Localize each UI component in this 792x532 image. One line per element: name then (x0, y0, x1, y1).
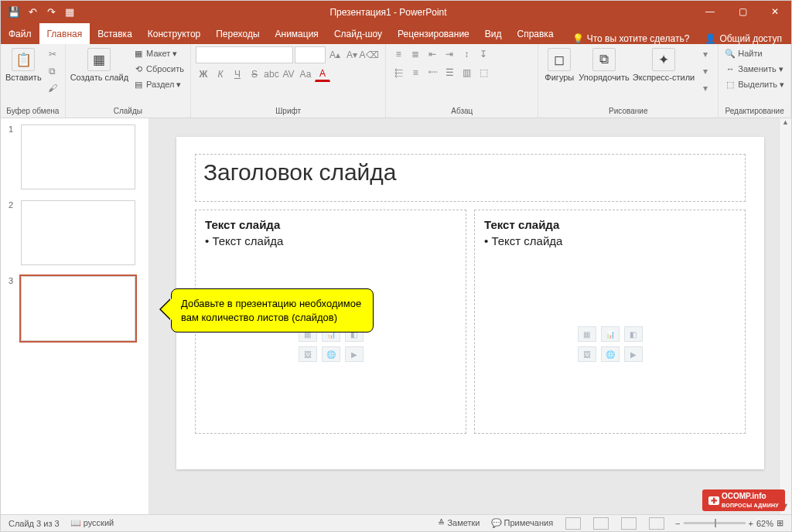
line-spacing-icon[interactable]: ↕ (459, 46, 474, 62)
zoom-slider[interactable] (684, 522, 746, 524)
thumbnail[interactable] (21, 200, 135, 265)
align-left-icon[interactable]: ⬱ (391, 65, 406, 80)
online-picture-icon[interactable]: 🌐 (322, 346, 340, 362)
slide-thumbnail-pane[interactable]: 1 2 3 (1, 118, 149, 516)
share-button[interactable]: 👤Общий доступ (695, 33, 791, 44)
shape-outline-icon[interactable]: ▾ (698, 63, 713, 79)
thumbnail-selected[interactable] (21, 276, 135, 341)
sorter-view-icon[interactable] (593, 517, 609, 530)
tab-help[interactable]: Справка (509, 23, 561, 44)
shape-fill-icon[interactable]: ▾ (698, 46, 713, 62)
tab-review[interactable]: Рецензирование (390, 23, 477, 44)
columns-icon[interactable]: ▥ (459, 65, 474, 80)
align-center-icon[interactable]: ≡ (408, 65, 423, 80)
case-button[interactable]: Аа (298, 66, 313, 82)
section-button[interactable]: ▤Раздел ▾ (131, 77, 186, 91)
video-icon[interactable]: ▶ (345, 346, 364, 362)
zoom-in-icon[interactable]: + (749, 519, 753, 528)
clear-format-icon[interactable]: A⌫ (361, 47, 377, 63)
replace-button[interactable]: ↔Заменить ▾ (723, 62, 786, 76)
zoom-out-icon[interactable]: − (675, 519, 680, 528)
picture-icon[interactable]: 🖼 (578, 346, 596, 362)
ribbon-tabs: Файл Главная Вставка Конструктор Переход… (1, 23, 791, 44)
justify-icon[interactable]: ☰ (442, 65, 457, 80)
group-label: Слайды (70, 105, 186, 117)
content-icons[interactable]: ▦📊◧ 🖼🌐▶ (578, 326, 643, 362)
tab-animations[interactable]: Анимация (268, 23, 326, 44)
layout-button[interactable]: ▦Макет ▾ (131, 46, 186, 60)
save-icon[interactable]: 💾 (5, 4, 22, 21)
fit-window-icon[interactable]: ⊞ (777, 518, 783, 528)
chart-icon[interactable]: 📊 (601, 326, 620, 342)
shapes-button[interactable]: ◻Фигуры (543, 46, 575, 82)
tab-insert[interactable]: Вставка (90, 23, 140, 44)
select-button[interactable]: ⬚Выделить ▾ (723, 77, 786, 91)
numbering-icon[interactable]: ≣ (408, 46, 423, 62)
undo-icon[interactable]: ↶ (24, 4, 41, 21)
bold-button[interactable]: Ж (196, 66, 211, 82)
notes-button[interactable]: ≙ Заметки (438, 518, 480, 528)
shape-effects-icon[interactable]: ▾ (698, 80, 713, 96)
close-button[interactable]: ✕ (759, 1, 791, 23)
font-name-combo[interactable] (196, 46, 293, 63)
tab-file[interactable]: Файл (1, 23, 39, 44)
title-placeholder[interactable]: Заголовок слайда (195, 154, 746, 202)
group-label: Буфер обмена (5, 105, 60, 117)
thumbnail-row[interactable]: 3 (9, 276, 141, 341)
find-button[interactable]: 🔍Найти (723, 46, 786, 60)
decrease-font-icon[interactable]: A▾ (344, 47, 360, 63)
table-icon[interactable]: ▦ (578, 326, 596, 342)
video-icon[interactable]: ▶ (624, 346, 643, 362)
tab-design[interactable]: Конструктор (140, 23, 208, 44)
new-slide-icon: ▦ (87, 48, 111, 71)
format-painter-icon[interactable]: 🖌 (45, 80, 60, 96)
group-drawing: ◻Фигуры ⧉Упорядочить ✦Экспресс-стили ▾ ▾… (538, 44, 719, 118)
tell-me[interactable]: 💡Что вы хотите сделать? (572, 33, 696, 44)
strike-button[interactable]: S (247, 66, 262, 82)
arrange-button[interactable]: ⧉Упорядочить (579, 46, 629, 82)
content-placeholder-right[interactable]: Текст слайда • Текст слайда ▦📊◧ 🖼🌐▶ (474, 210, 746, 434)
cut-icon[interactable]: ✂ (45, 46, 60, 62)
normal-view-icon[interactable] (565, 517, 581, 530)
underline-button[interactable]: Ч (230, 66, 245, 82)
text-direction-icon[interactable]: ↧ (476, 46, 491, 62)
font-size-combo[interactable] (295, 46, 326, 63)
tab-slideshow[interactable]: Слайд-шоу (326, 23, 390, 44)
align-right-icon[interactable]: ⬳ (425, 65, 440, 80)
redo-icon[interactable]: ↷ (43, 4, 60, 21)
quick-styles-button[interactable]: ✦Экспресс-стили (633, 46, 695, 82)
picture-icon[interactable]: 🖼 (299, 346, 317, 362)
shadow-button[interactable]: abc (264, 66, 279, 82)
thumbnail-row[interactable]: 2 (9, 200, 141, 265)
tab-view[interactable]: Вид (477, 23, 510, 44)
font-color-button[interactable]: A (315, 66, 330, 82)
zoom-control[interactable]: − + 62% ⊞ (675, 518, 783, 528)
copy-icon[interactable]: ⧉ (45, 63, 60, 79)
thumbnail-row[interactable]: 1 (9, 124, 141, 189)
bullets-icon[interactable]: ≡ (391, 46, 406, 62)
increase-font-icon[interactable]: A▴ (327, 47, 343, 63)
start-show-icon[interactable]: ▦ (61, 4, 78, 21)
paste-button[interactable]: 📋Вставить (5, 46, 42, 82)
indent-left-icon[interactable]: ⇤ (425, 46, 440, 62)
italic-button[interactable]: К (213, 66, 228, 82)
minimize-button[interactable]: — (694, 1, 726, 23)
language-indicator[interactable]: 📖 русский (70, 518, 114, 528)
spacing-button[interactable]: AV (281, 66, 296, 82)
vertical-scrollbar[interactable]: ▲ ▼ (779, 118, 791, 514)
reading-view-icon[interactable] (621, 517, 637, 530)
new-slide-button[interactable]: ▦Создать слайд (70, 46, 128, 82)
maximize-button[interactable]: ▢ (726, 1, 759, 23)
tab-transitions[interactable]: Переходы (208, 23, 267, 44)
group-label: Абзац (391, 105, 533, 117)
tab-home[interactable]: Главная (39, 23, 90, 44)
scroll-up-icon[interactable]: ▲ (780, 118, 791, 131)
smartart-icon[interactable]: ⬚ (476, 65, 491, 80)
indent-right-icon[interactable]: ⇥ (442, 46, 457, 62)
thumbnail[interactable] (21, 124, 135, 189)
smartart-icon[interactable]: ◧ (624, 326, 643, 342)
reset-button[interactable]: ⟲Сбросить (131, 62, 186, 76)
online-picture-icon[interactable]: 🌐 (601, 346, 620, 362)
slideshow-view-icon[interactable] (649, 517, 664, 530)
comments-button[interactable]: 💬 Примечания (491, 518, 554, 528)
